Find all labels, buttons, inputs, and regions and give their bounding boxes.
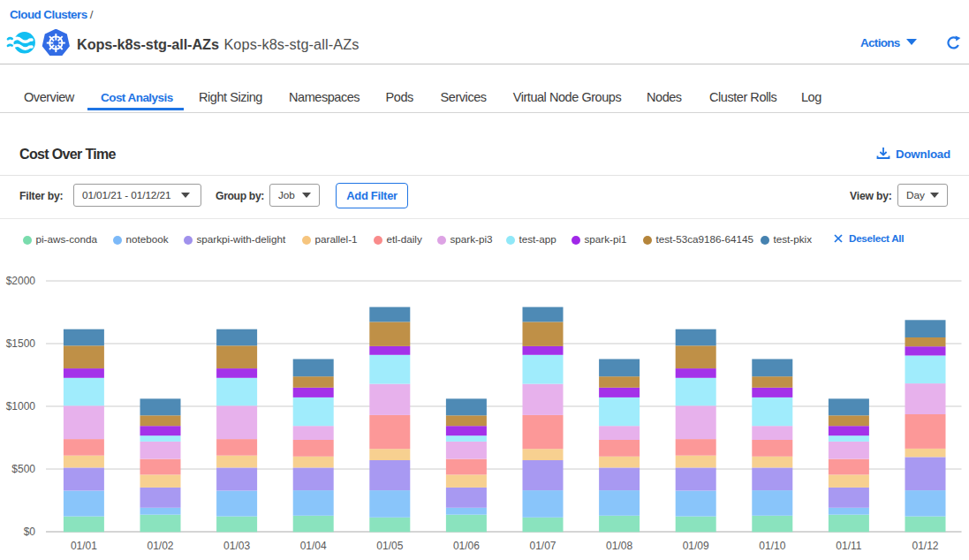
svg-text:01/01: 01/01 xyxy=(71,540,97,552)
svg-text:01/03: 01/03 xyxy=(223,540,250,552)
svg-text:$500: $500 xyxy=(11,463,35,475)
svg-text:$1500: $1500 xyxy=(6,337,36,350)
svg-text:01/08: 01/08 xyxy=(606,540,632,552)
svg-text:01/12: 01/12 xyxy=(912,540,938,552)
svg-text:$0: $0 xyxy=(24,526,36,538)
svg-text:01/07: 01/07 xyxy=(529,540,556,552)
svg-text:$2000: $2000 xyxy=(6,275,36,287)
svg-text:01/09: 01/09 xyxy=(683,540,709,552)
svg-text:01/06: 01/06 xyxy=(453,540,480,552)
svg-text:$1000: $1000 xyxy=(6,400,36,412)
svg-text:01/04: 01/04 xyxy=(300,540,327,552)
svg-text:01/10: 01/10 xyxy=(759,540,785,552)
svg-text:01/11: 01/11 xyxy=(836,540,861,552)
svg-text:01/05: 01/05 xyxy=(376,540,403,552)
svg-text:01/02: 01/02 xyxy=(147,540,173,552)
